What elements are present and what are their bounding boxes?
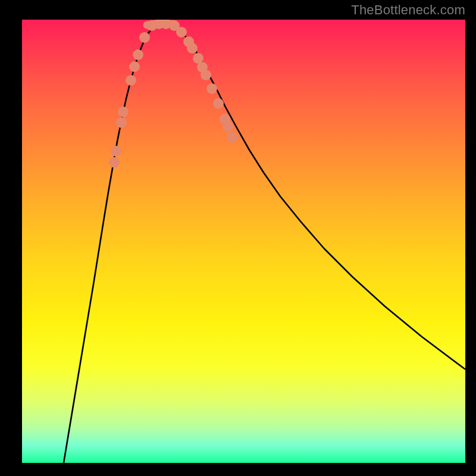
marker-dot (139, 32, 150, 43)
marker-dot (133, 49, 143, 60)
left-curve (64, 24, 158, 463)
curves-svg (22, 20, 465, 463)
marker-dot (109, 157, 120, 168)
marker-dot (118, 107, 129, 117)
chart-frame: TheBottleneck.com (0, 0, 476, 476)
right-curve (170, 24, 465, 369)
marker-dot (111, 146, 121, 156)
marker-dot (227, 132, 237, 143)
marker-dot (129, 61, 140, 72)
watermark-text: TheBottleneck.com (351, 2, 465, 18)
marker-dot (126, 75, 136, 86)
marker-dot (213, 98, 224, 109)
plot-area (22, 20, 465, 463)
marker-dot (176, 27, 187, 37)
marker-dot (201, 70, 211, 80)
marker-dot (206, 83, 217, 94)
marker-dot (116, 117, 127, 128)
marker-dot (223, 121, 233, 132)
marker-dot (187, 43, 198, 54)
